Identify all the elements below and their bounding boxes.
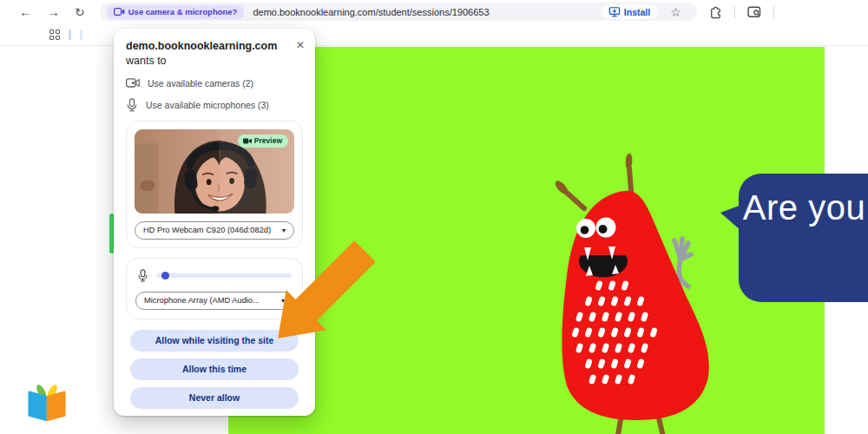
mic-permission-row: Use available microphones (3) — [126, 98, 303, 112]
apps-grid-icon[interactable] — [49, 30, 60, 40]
camera-select-value: HD Pro Webcam C920 (046d:082d) — [143, 226, 271, 234]
preview-camera-icon — [243, 138, 252, 144]
never-allow-button[interactable]: Never allow — [130, 387, 299, 409]
reload-icon[interactable]: ↻ — [75, 6, 85, 18]
monster-illustration — [548, 149, 721, 434]
bookmark-placeholder-2 — [80, 30, 82, 40]
bookmark-star-icon[interactable]: ☆ — [670, 5, 681, 19]
install-button[interactable]: Install — [601, 4, 658, 19]
back-icon[interactable]: ← — [19, 5, 32, 18]
video-camera-icon — [126, 78, 140, 88]
address-bar[interactable]: Use camera & microphone? demo.booknookle… — [100, 3, 697, 21]
browser-window: ← → ↻ Use camera & microphone? demo.book… — [0, 0, 868, 434]
forward-icon[interactable]: → — [47, 5, 60, 18]
booknook-logo — [23, 380, 70, 425]
monster-mouth — [579, 245, 628, 278]
chevron-down-icon: ▾ — [282, 227, 286, 234]
dialog-origin: demo.booknooklearning.com — [126, 39, 286, 54]
preview-badge: Preview — [238, 135, 288, 148]
speech-bubble-tail — [720, 205, 741, 231]
camera-section: Preview HD Pro Webcam C920 (046d:082d) ▾ — [126, 121, 303, 248]
microphone-icon — [126, 98, 138, 112]
allow-this-time-button[interactable]: Allow this time — [130, 358, 299, 380]
dialog-subtitle: wants to — [126, 54, 286, 69]
permission-chip[interactable]: Use camera & microphone? — [107, 5, 245, 19]
speech-bubble-text: Are you ready? — [739, 174, 868, 230]
camera-row-label: Use available cameras (2) — [148, 78, 253, 89]
mic-select[interactable]: Microphone Array (AMD Audio... ▾ — [135, 292, 293, 310]
close-icon[interactable]: ✕ — [296, 39, 305, 51]
camera-permission-row: Use available cameras (2) — [126, 78, 303, 89]
preview-badge-label: Preview — [254, 136, 282, 145]
install-label: Install — [624, 7, 650, 17]
pointer-arrow — [271, 240, 382, 342]
dialog-header: demo.booknooklearning.com wants to ✕ — [126, 39, 303, 69]
install-icon — [608, 6, 621, 18]
mic-select-value: Microphone Array (AMD Audio... — [144, 296, 260, 305]
bookmark-placeholder — [69, 30, 71, 40]
permission-chip-label: Use camera & microphone? — [128, 7, 238, 16]
browser-toolbar: ← → ↻ Use camera & microphone? demo.book… — [0, 0, 868, 23]
camera-chip-icon — [114, 8, 125, 16]
speech-bubble: Are you ready? — [739, 174, 868, 302]
toolbar-separator-2 — [773, 6, 774, 18]
mic-level-icon — [137, 269, 148, 282]
mic-level-indicator — [161, 272, 169, 279]
url-text[interactable]: demo.booknooklearning.com/student/sessio… — [253, 7, 489, 17]
side-search-icon[interactable] — [746, 4, 762, 19]
extensions-icon[interactable] — [708, 4, 723, 19]
mic-row-label: Use available microphones (3) — [146, 100, 269, 110]
camera-preview: Preview — [135, 129, 294, 214]
permission-dialog: demo.booknooklearning.com wants to ✕ Use… — [114, 29, 315, 416]
mic-level-row — [135, 267, 293, 282]
camera-select[interactable]: HD Pro Webcam C920 (046d:082d) ▾ — [135, 221, 294, 240]
toolbar-separator — [734, 6, 735, 18]
